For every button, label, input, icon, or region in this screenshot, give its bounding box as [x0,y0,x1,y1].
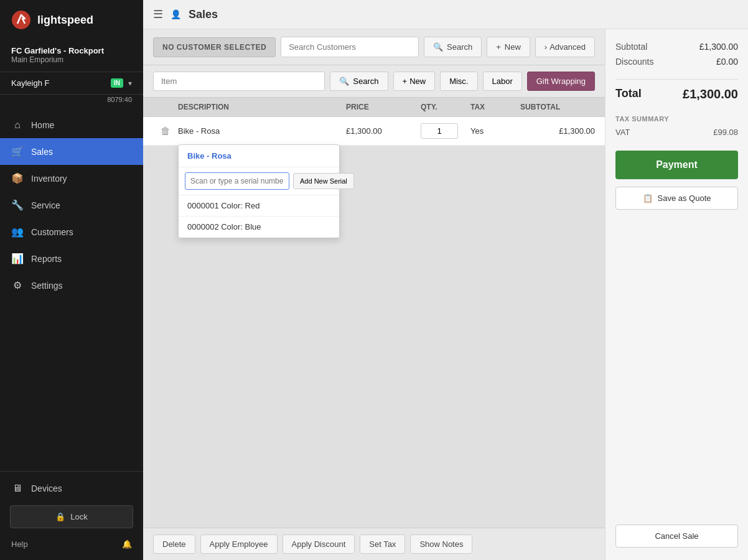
sidebar: lightspeed FC Garfield's - Rockport Main… [0,0,143,560]
store-name: FC Garfield's - Rockport [11,46,132,55]
user-timer: 8079:40 [107,96,132,103]
set-tax-button[interactable]: Set Tax [360,534,405,554]
right-panel: Subtotal £1,300.00 Discounts £0.00 Total… [605,29,748,560]
sidebar-item-settings-label: Settings [31,281,63,291]
no-customer-button[interactable]: NO CUSTOMER SELECTED [153,37,276,57]
sidebar-store: FC Garfield's - Rockport Main Emporium [0,40,143,72]
advanced-label: Advanced [549,42,586,52]
gift-wrapping-button[interactable]: Gift Wrapping [527,72,595,91]
reports-icon: 📊 [11,253,24,264]
lock-label: Lock [70,512,87,521]
page-title: Sales [189,8,218,21]
serial-option-1[interactable]: 0000001 Color: Red [179,195,339,217]
line-items: 🗑 Bike - Rosa £1,300.00 Yes £1,300.00 Bi… [143,117,605,528]
cancel-sale-button[interactable]: Cancel Sale [615,525,738,548]
devices-icon: 🖥 [11,483,24,494]
total-label: Total [615,87,642,101]
sidebar-user[interactable]: Kayleigh F IN ▾ [0,72,143,95]
item-description: Bike - Rosa [178,126,346,136]
new-label: New [505,42,521,52]
notifications-icon[interactable]: 🔔 [122,539,132,549]
show-notes-button[interactable]: Show Notes [410,534,472,554]
col-header-price: PRICE [346,103,421,111]
save-quote-button[interactable]: 📋 Save as Quote [615,187,738,210]
vat-label: VAT [615,128,630,137]
delete-button[interactable]: Delete [153,534,195,554]
item-price: £1,300.00 [346,126,421,136]
store-sub: Main Emporium [11,55,132,64]
devices-label: Devices [31,483,62,493]
item-bar: 🔍 Search + New Misc. Labor Gift Wrapping [143,65,605,98]
item-qty-input[interactable] [421,123,458,139]
item-search-input[interactable] [153,72,325,91]
search-label: Search [447,42,472,52]
payment-button[interactable]: Payment [615,151,738,179]
item-tax: Yes [470,126,520,136]
user-status-badge: IN [111,78,123,88]
col-header-delete [153,103,178,111]
search-customers-button[interactable]: 🔍 Search [424,37,482,57]
sidebar-item-inventory[interactable]: 📦 Inventory [0,165,143,192]
sidebar-item-customers-label: Customers [31,227,73,237]
chevron-right-icon: › [545,42,547,52]
logo-text: lightspeed [37,14,93,27]
item-new-label: New [409,77,426,86]
sidebar-item-reports-label: Reports [31,254,62,264]
serial-option-2[interactable]: 0000002 Color: Blue [179,217,339,238]
col-header-qty: QTY. [421,103,470,111]
lightspeed-logo-icon [11,10,31,30]
plus-icon: + [496,42,501,52]
sidebar-item-home[interactable]: ⌂ Home [0,112,143,138]
misc-button[interactable]: Misc. [440,72,477,91]
apply-discount-button[interactable]: Apply Discount [283,534,355,554]
sidebar-item-customers[interactable]: 👥 Customers [0,218,143,245]
sidebar-item-sales[interactable]: 🛒 Sales [0,138,143,165]
serial-number-input[interactable] [185,172,289,190]
main-area: ☰ 👤 Sales NO CUSTOMER SELECTED 🔍 Search … [143,0,748,560]
new-customer-button[interactable]: + New [487,37,530,57]
user-chevron-icon: ▾ [128,79,132,88]
item-search-button[interactable]: 🔍 Search [330,72,388,91]
sidebar-item-reports[interactable]: 📊 Reports [0,245,143,272]
advanced-button[interactable]: › Advanced [535,37,595,57]
home-icon: ⌂ [11,119,24,131]
discounts-label: Discounts [615,57,653,67]
customer-bar: NO CUSTOMER SELECTED 🔍 Search + New › Ad… [143,29,605,65]
item-plus-icon: + [403,77,408,86]
labor-button[interactable]: Labor [483,72,522,91]
add-new-serial-button[interactable]: Add New Serial [293,173,354,189]
col-header-tax: TAX [470,103,520,111]
total-row: Total £1,300.00 [615,79,738,101]
svg-point-0 [12,11,30,29]
help-link[interactable]: Help [11,539,28,549]
sidebar-footer: Help 🔔 [0,533,143,555]
subtotal-label: Subtotal [615,42,647,52]
item-new-button[interactable]: + New [393,72,436,91]
sidebar-item-settings[interactable]: ⚙ Settings [0,272,143,299]
lock-button[interactable]: 🔒 Lock [10,505,133,528]
apply-employee-button[interactable]: Apply Employee [200,534,278,554]
vat-value: £99.08 [713,128,738,137]
transaction-panel: NO CUSTOMER SELECTED 🔍 Search + New › Ad… [143,29,605,560]
delete-row-button[interactable]: 🗑 [153,124,178,138]
search-customers-input[interactable] [281,37,419,57]
topbar-sales-icon: 👤 [171,9,181,19]
content-area: NO CUSTOMER SELECTED 🔍 Search + New › Ad… [143,29,748,560]
col-header-subtotal: SUBTOTAL [520,103,595,111]
serial-dropdown: Bike - Rosa Add New Serial 0000001 Color… [178,144,340,238]
sidebar-item-devices[interactable]: 🖥 Devices [0,477,143,500]
customers-icon: 👥 [11,226,24,238]
hamburger-icon[interactable]: ☰ [153,7,163,21]
table-header: DESCRIPTION PRICE QTY. TAX SUBTOTAL [143,98,605,117]
subtotal-value: £1,300.00 [699,42,738,52]
table-row: 🗑 Bike - Rosa £1,300.00 Yes £1,300.00 [143,117,605,146]
serial-input-row: Add New Serial [179,167,339,195]
sidebar-logo: lightspeed [0,0,143,40]
settings-icon: ⚙ [11,279,24,291]
subtotal-row: Subtotal £1,300.00 [615,42,738,52]
sales-icon: 🛒 [11,146,24,157]
item-subtotal: £1,300.00 [520,126,595,136]
vat-row: VAT £99.08 [615,128,738,137]
sidebar-item-service[interactable]: 🔧 Service [0,192,143,218]
action-bar: Delete Apply Employee Apply Discount Set… [143,528,605,560]
